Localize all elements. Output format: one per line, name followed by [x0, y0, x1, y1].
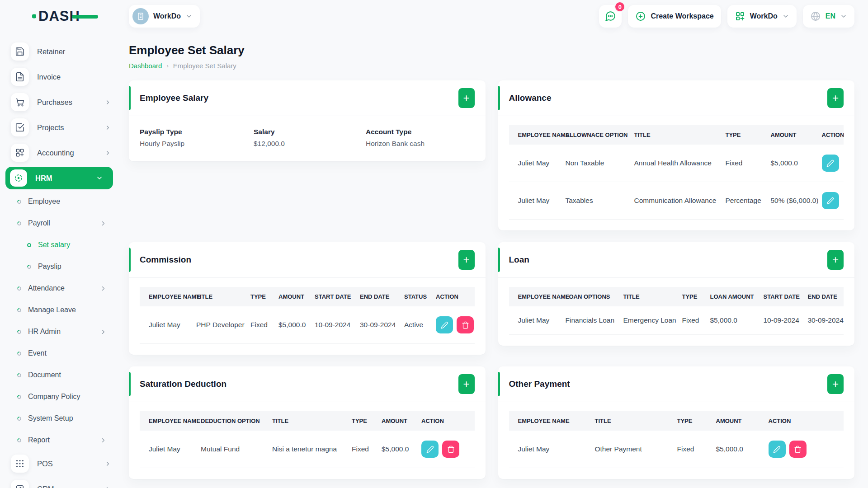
add-other-payment-button[interactable]: + — [827, 374, 844, 394]
table-cell: Juliet May — [140, 431, 201, 468]
header-actions: 0 Create Workspace WorkDo — [599, 5, 854, 28]
sidebar-item-purchases[interactable]: Purchases — [0, 89, 118, 115]
card-header: Other Payment + — [498, 366, 855, 402]
table-header-row: EMPLOYEE NAMETITLETYPEAMOUNTSTART DATEEN… — [140, 287, 475, 306]
delete-button[interactable] — [442, 441, 459, 458]
bullet-icon — [16, 394, 22, 400]
saturation-deduction-card: Saturation Deduction + EMPLOYEE NAMEDEDU… — [129, 366, 486, 479]
sidebar-item-accounting[interactable]: Accounting — [0, 140, 118, 165]
field-value: Horizon Bank cash — [366, 140, 475, 148]
table-header-row: EMPLOYEE NAMELOAN OPTIONSTITLETYPELOAN A… — [509, 287, 844, 306]
card-row-2: Commission + EMPLOYEE NAMETITLETYPEAMOUN… — [129, 242, 854, 355]
add-saturation-deduction-button[interactable]: + — [458, 374, 475, 394]
loan-data-table: EMPLOYEE NAMELOAN OPTIONSTITLETYPELOAN A… — [509, 287, 844, 335]
messages-button[interactable]: 0 — [599, 5, 622, 28]
sidebar-item-attendance[interactable]: Attendance — [0, 277, 118, 299]
edit-button[interactable] — [421, 441, 439, 458]
pos-icon — [11, 455, 29, 473]
sidebar-item-company-policy[interactable]: Company Policy — [0, 386, 118, 408]
sidebar-item-payslip[interactable]: Payslip — [0, 256, 118, 277]
table-cell: Juliet May — [509, 182, 566, 220]
edit-button[interactable] — [822, 155, 839, 172]
other-payment-data-table: EMPLOYEE NAMETITLETYPEAMOUNTACTIONJuliet… — [509, 411, 844, 468]
sidebar-item-invoice[interactable]: Invoice — [0, 64, 118, 89]
breadcrumb-dashboard-link[interactable]: Dashboard — [129, 62, 162, 70]
create-workspace-button[interactable]: Create Workspace — [628, 5, 721, 28]
sidebar-item-crm[interactable]: CRM — [0, 476, 118, 488]
card-grid: Employee Salary + Payslip TypeHourly Pay… — [129, 80, 854, 488]
table-cell: Taxables — [566, 182, 634, 220]
delete-button[interactable] — [789, 441, 807, 458]
card-header: Saturation Deduction + — [129, 366, 486, 402]
table-cell: Fixed — [250, 306, 278, 344]
employee-salary-fields: Payslip TypeHourly PayslipSalary$12,000.… — [129, 116, 486, 161]
chevron-right-icon — [104, 124, 111, 131]
bullet-icon — [16, 416, 22, 422]
accounting-icon — [11, 144, 29, 162]
column-header: ACTION — [769, 411, 844, 431]
breadcrumb-separator: › — [166, 62, 168, 69]
bullet-icon — [16, 351, 22, 357]
sidebar-item-event[interactable]: Event — [0, 343, 118, 364]
sidebar-item-hr-admin[interactable]: HR Admin — [0, 321, 118, 343]
sidebar-item-payroll[interactable]: Payroll — [0, 212, 118, 234]
table-cell: Fixed — [677, 431, 716, 468]
sidebar-item-system-setup[interactable]: System Setup — [0, 408, 118, 429]
column-header: EMPLOYEE NAME — [509, 411, 595, 431]
edit-button[interactable] — [769, 441, 786, 458]
edit-button[interactable] — [822, 192, 839, 209]
column-header: TITLE — [196, 287, 250, 306]
language-dropdown[interactable]: EN — [803, 5, 854, 28]
delete-button[interactable] — [457, 316, 474, 333]
workspace-switcher[interactable]: WorkDo — [129, 5, 200, 28]
add-allowance-button[interactable]: + — [827, 88, 844, 108]
add-loan-button[interactable]: + — [827, 250, 844, 270]
sidebar-item-report[interactable]: Report — [0, 429, 118, 451]
logo-dash-icon — [72, 15, 98, 19]
edit-button[interactable] — [436, 316, 453, 333]
chevron-right-icon — [104, 150, 111, 156]
sidebar-item-pos[interactable]: POS — [0, 451, 118, 476]
table-cell: Other Payment — [595, 431, 677, 468]
allowance-data-table: EMPLOYEE NAMEALLOWNACE OPTIONTITLETYPEAM… — [509, 125, 844, 220]
apps-dropdown[interactable]: WorkDo — [727, 5, 797, 28]
trash-icon — [447, 446, 455, 453]
dash-logo[interactable]: DASH — [31, 8, 87, 24]
table-header-row: EMPLOYEE NAMETITLETYPEAMOUNTACTION — [509, 411, 844, 431]
workspace-avatar — [132, 8, 149, 24]
table-cell: 30-09-2024 — [808, 306, 844, 335]
crm-icon — [11, 480, 29, 488]
sidebar-item-manage-leave[interactable]: Manage Leave — [0, 299, 118, 321]
field-value: Hourly Payslip — [140, 140, 254, 148]
sidebar-item-retainer[interactable]: Retainer — [0, 39, 118, 64]
field-account-type: Account TypeHorizon Bank cash — [366, 128, 475, 148]
sidebar-item-hrm[interactable]: HRM — [5, 167, 113, 189]
sidebar-item-employee[interactable]: Employee — [0, 191, 118, 212]
action-cell — [822, 145, 844, 182]
chevron-right-icon — [100, 437, 107, 444]
add-commission-button[interactable]: + — [458, 250, 475, 270]
sidebar-item-projects[interactable]: Projects — [0, 115, 118, 140]
projects-icon — [11, 118, 29, 136]
sidebar-item-document[interactable]: Document — [0, 364, 118, 386]
table-cell: Juliet May — [509, 145, 566, 182]
table-cell: 30-09-2024 — [360, 306, 404, 344]
add-employee-salary-button[interactable]: + — [458, 88, 475, 108]
table-header-row: EMPLOYEE NAMEDEDUCTION OPTIONTITLETYPEAM… — [140, 411, 475, 431]
card-header: Allowance + — [498, 80, 855, 116]
table-cell: PHP Developer — [196, 306, 250, 344]
column-header: TYPE — [352, 411, 382, 431]
field-label: Salary — [254, 128, 366, 136]
column-header: START DATE — [764, 287, 808, 306]
column-header: START DATE — [315, 287, 360, 306]
card-row-3: Saturation Deduction + EMPLOYEE NAMEDEDU… — [129, 366, 854, 479]
column-header: TYPE — [677, 411, 716, 431]
sidebar-item-set-salary[interactable]: Set salary — [0, 234, 118, 256]
pencil-icon — [426, 446, 434, 453]
bullet-icon — [16, 372, 22, 378]
sidebar-item-label: POS — [37, 460, 53, 468]
chat-icon — [604, 10, 616, 22]
pencil-icon — [773, 446, 781, 453]
language-code: EN — [826, 12, 835, 20]
card-title: Commission — [140, 255, 191, 265]
